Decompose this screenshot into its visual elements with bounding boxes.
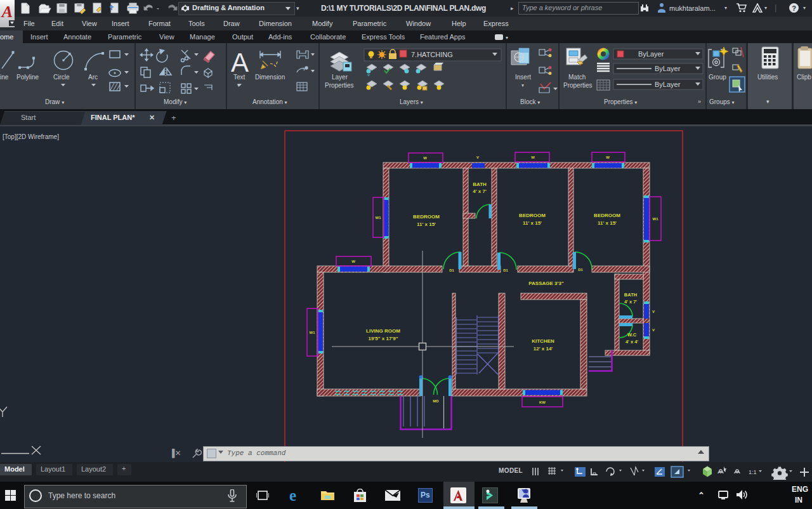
svg-text:V: V bbox=[652, 328, 655, 332]
svg-text:BEDROOM: BEDROOM bbox=[413, 214, 440, 220]
svg-text:12' x 14': 12' x 14' bbox=[534, 346, 553, 352]
svg-text:A: A bbox=[1, 3, 13, 21]
svg-text:11' x 15': 11' x 15' bbox=[598, 220, 617, 226]
svg-text:19'5" x 17'9": 19'5" x 17'9" bbox=[369, 336, 398, 341]
svg-text:W.C: W.C bbox=[627, 332, 637, 338]
svg-text:ByLayer: ByLayer bbox=[655, 65, 681, 72]
svg-text:BEDROOM: BEDROOM bbox=[519, 213, 546, 218]
svg-text:W: W bbox=[606, 155, 610, 159]
svg-text:BEDROOM: BEDROOM bbox=[594, 213, 620, 218]
svg-text:W: W bbox=[423, 156, 427, 160]
svg-text:ByLayer: ByLayer bbox=[638, 50, 664, 58]
svg-text:A: A bbox=[231, 48, 249, 77]
svg-text:BATH: BATH bbox=[473, 182, 487, 187]
svg-text:MD: MD bbox=[433, 399, 439, 403]
svg-text:W1: W1 bbox=[653, 217, 659, 221]
svg-text:W: W bbox=[351, 260, 355, 263]
svg-text:W1: W1 bbox=[376, 216, 382, 220]
svg-text:KW: KW bbox=[539, 400, 546, 404]
svg-text:LIVING ROOM: LIVING ROOM bbox=[366, 328, 400, 334]
svg-text:PASSAGE 3'3": PASSAGE 3'3" bbox=[528, 281, 564, 286]
svg-text:4' x 4': 4' x 4' bbox=[625, 339, 638, 345]
svg-text:ByLayer: ByLayer bbox=[655, 81, 681, 88]
svg-text:V: V bbox=[476, 155, 479, 159]
svg-text:V: V bbox=[652, 310, 655, 314]
svg-text:W1: W1 bbox=[310, 331, 316, 334]
svg-text:1:1: 1:1 bbox=[749, 469, 757, 475]
svg-text:?: ? bbox=[792, 4, 796, 12]
svg-text:KITCHEN: KITCHEN bbox=[532, 338, 554, 344]
svg-text:4' x 7': 4' x 7' bbox=[624, 299, 637, 305]
svg-text:W: W bbox=[531, 155, 535, 159]
svg-text:D1: D1 bbox=[578, 268, 583, 272]
svg-text:D1: D1 bbox=[449, 268, 454, 272]
svg-text:7.HATCHING: 7.HATCHING bbox=[411, 51, 453, 58]
svg-text:4' x 7': 4' x 7' bbox=[473, 188, 487, 194]
svg-text:11' x 15': 11' x 15' bbox=[417, 221, 436, 227]
svg-text:BATH: BATH bbox=[624, 292, 637, 298]
svg-text:11' x 15': 11' x 15' bbox=[523, 220, 542, 226]
svg-text:D1: D1 bbox=[503, 268, 508, 272]
